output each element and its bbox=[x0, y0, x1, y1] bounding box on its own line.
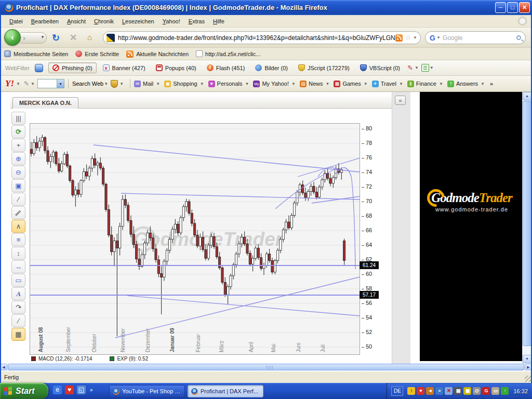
search-placeholder[interactable]: Google bbox=[443, 34, 516, 42]
yahoo-search-input[interactable]: ▼ bbox=[37, 79, 64, 88]
bookmark-item[interactable]: Aktuelle Nachrichten bbox=[126, 50, 189, 58]
yahoo-finance-button[interactable]: $Finance▼ bbox=[407, 81, 446, 87]
security-alert-icon[interactable]: ! bbox=[407, 387, 415, 395]
text-tool-icon[interactable]: A bbox=[11, 287, 25, 300]
wireless-network-icon[interactable]: » bbox=[435, 387, 443, 395]
taskbar-clock[interactable]: 16:32 bbox=[513, 388, 528, 394]
show-desktop-icon[interactable]: ◱ bbox=[77, 385, 86, 394]
url-text[interactable]: http://www.godmode-trader.de/front/index… bbox=[118, 34, 395, 42]
webfilter-pin-icon[interactable] bbox=[35, 64, 43, 72]
horizontal-scroll-thumb[interactable] bbox=[8, 364, 524, 370]
scroll-up-icon[interactable]: ▲ bbox=[523, 92, 531, 100]
bookmark-item[interactable]: Meistbesuchte Seiten bbox=[4, 50, 68, 57]
heart-tray-icon[interactable]: ♥ bbox=[417, 387, 424, 395]
menu-bearbeiten[interactable]: Bearbeiten bbox=[27, 17, 63, 26]
task-button[interactable]: Profichart | DAX Perf... bbox=[188, 385, 263, 397]
bookmark-star-icon[interactable]: ☆ bbox=[405, 34, 411, 42]
forward-button[interactable]: › bbox=[23, 34, 25, 42]
rss-icon[interactable] bbox=[395, 34, 403, 42]
back-button[interactable]: ‹ bbox=[4, 29, 21, 46]
close-button[interactable]: ✕ bbox=[519, 2, 530, 13]
edit-pencil-icon[interactable]: ✎ bbox=[407, 64, 413, 72]
keyboard-icon[interactable]: ▤ bbox=[454, 387, 462, 395]
menu-chronik[interactable]: Chronik bbox=[90, 17, 118, 26]
webfilter-bilder-button[interactable]: Bilder (0) bbox=[251, 62, 292, 73]
scroll-down-icon[interactable]: ▼ bbox=[523, 355, 531, 363]
rectangle-icon[interactable]: ▭ bbox=[11, 274, 25, 287]
menu-hilfe[interactable]: Hilfe bbox=[209, 17, 229, 26]
pitchfork-icon[interactable]: ∧ bbox=[11, 220, 25, 233]
resize-grip[interactable] bbox=[525, 376, 531, 382]
menu-extras[interactable]: Extras bbox=[184, 17, 209, 26]
fib-arc-icon[interactable]: ↷ bbox=[11, 301, 25, 314]
bookmark-item[interactable]: Erste Schritte bbox=[75, 50, 119, 57]
vertical-scroll-thumb[interactable] bbox=[523, 101, 531, 346]
yahoo-shopping-button[interactable]: ▣Shopping▼ bbox=[164, 81, 206, 87]
yahoo-travel-button[interactable]: ✈Travel▼ bbox=[372, 81, 406, 87]
menu-lesezeichen[interactable]: Lesezeichen bbox=[118, 17, 158, 26]
zoom-out-icon[interactable]: ⊖ bbox=[11, 166, 25, 179]
heart-app-icon[interactable]: ♥ bbox=[65, 385, 74, 394]
history-dropdown-icon[interactable]: ▼ bbox=[41, 35, 45, 39]
webfilter-phishing-button[interactable]: Phishing (0) bbox=[48, 62, 97, 73]
menu-ansicht[interactable]: Ansicht bbox=[63, 17, 90, 26]
webfilter-popups-button[interactable]: Popups (40) bbox=[152, 62, 201, 73]
menu-datei[interactable]: Datei bbox=[5, 17, 27, 26]
menu-yahoo[interactable]: Yahoo! bbox=[158, 17, 184, 26]
update-swirl-icon[interactable]: @ bbox=[473, 387, 481, 395]
parallel-channel-icon[interactable]: ∥ bbox=[11, 206, 25, 219]
yahoo-answers-button[interactable]: ?Answers▼ bbox=[447, 81, 487, 87]
mlcm-icon[interactable]: ▦ bbox=[463, 387, 471, 395]
task-button[interactable]: YouTube - Pet Shop B... bbox=[109, 385, 185, 397]
yahoo-logo[interactable]: Y! bbox=[5, 78, 14, 89]
webfilter-flash-button[interactable]: fFlash (451) bbox=[203, 62, 249, 73]
reload-button[interactable]: ↻ bbox=[52, 32, 60, 44]
yahoo-mail-button[interactable]: ✉Mail▼ bbox=[134, 81, 163, 87]
url-dropdown-icon[interactable]: ▼ bbox=[413, 35, 417, 40]
volume-icon[interactable]: ◄ bbox=[426, 387, 434, 395]
snapshot-icon[interactable]: ▣ bbox=[11, 179, 25, 192]
refresh-icon[interactable]: ⟳ bbox=[11, 125, 25, 138]
search-web-button[interactable]: Search Web bbox=[72, 81, 103, 87]
stop-button[interactable]: ✕ bbox=[70, 32, 77, 43]
vertical-scrollbar[interactable]: ▲ ▼ bbox=[522, 92, 531, 364]
maximize-button[interactable]: □ bbox=[507, 2, 518, 13]
horizontal-scrollbar[interactable]: ◀ ▶ bbox=[0, 364, 532, 370]
search-box[interactable]: G ▼ Google bbox=[425, 31, 526, 44]
usb-device-icon[interactable]: ↑ bbox=[501, 387, 509, 395]
ray-line-icon[interactable]: ∕ bbox=[11, 314, 25, 327]
webfilter-jscript-button[interactable]: JScript (172279) bbox=[294, 62, 354, 73]
vertical-line-icon[interactable]: ↕ bbox=[11, 247, 25, 260]
yahoo-my-yahoo-button[interactable]: MyMy Yahoo!▼ bbox=[253, 81, 298, 87]
webfilter-vbscript-button[interactable]: VBScript (0) bbox=[356, 62, 404, 73]
checklist-icon[interactable]: ☰ bbox=[421, 64, 429, 72]
trendline-icon[interactable]: ∕ bbox=[11, 193, 25, 206]
yahoo-shield-icon[interactable] bbox=[111, 80, 118, 88]
start-button[interactable]: Start bbox=[0, 383, 48, 399]
pattern-icon[interactable]: ▦ bbox=[11, 328, 25, 341]
toolbar-overflow-chevron[interactable]: » bbox=[490, 81, 493, 87]
language-indicator[interactable]: DE bbox=[391, 387, 403, 396]
scroll-left-icon[interactable]: ◀ bbox=[0, 364, 7, 370]
yahoo-pencil-icon[interactable]: ✎ bbox=[24, 80, 29, 87]
network-disconnected-icon[interactable]: ✕ bbox=[445, 387, 453, 395]
yahoo-news-button[interactable]: ▤News▼ bbox=[300, 81, 332, 87]
zoom-in-icon[interactable]: ⊕ bbox=[11, 152, 25, 165]
modem-icon[interactable]: ▭ bbox=[491, 387, 499, 395]
chart-tab-merck[interactable]: MERCK KGAA O.N. bbox=[12, 97, 78, 109]
sidebar-collapse-button[interactable]: « bbox=[395, 96, 406, 105]
fib-retracement-icon[interactable]: ≡ bbox=[11, 233, 25, 246]
search-magnifier-icon[interactable] bbox=[516, 35, 521, 40]
chart-plot[interactable]: GodmodeTraderAugust 08SeptemberOktoberNo… bbox=[30, 123, 360, 355]
crosshair-icon[interactable]: + bbox=[11, 139, 25, 152]
yahoo-games-button[interactable]: ▩Games▼ bbox=[334, 81, 370, 87]
gdata-shield-icon[interactable]: G bbox=[482, 387, 490, 395]
internet-explorer-icon[interactable]: e bbox=[53, 385, 62, 394]
home-button[interactable]: ⌂ bbox=[87, 33, 92, 42]
horizontal-line-icon[interactable]: ↔ bbox=[11, 260, 25, 273]
chart-type-icon[interactable]: ||| bbox=[11, 112, 25, 125]
url-bar[interactable]: http://www.godmode-trader.de/front/index… bbox=[103, 31, 421, 44]
minimize-button[interactable]: ─ bbox=[495, 2, 506, 13]
yahoo-personals-button[interactable]: ♥Personals▼ bbox=[208, 81, 252, 87]
search-engine-dropdown-icon[interactable]: ▼ bbox=[436, 35, 441, 40]
